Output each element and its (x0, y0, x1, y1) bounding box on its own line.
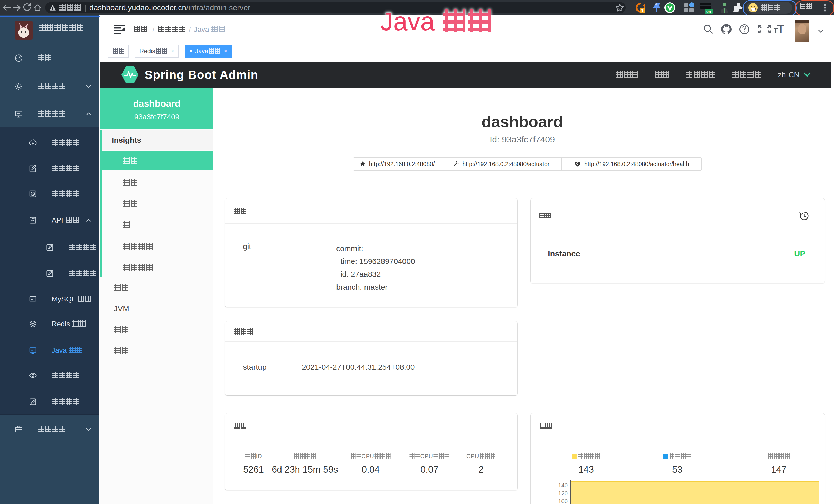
svg-text:T: T (777, 23, 784, 35)
svg-text:T: T (774, 26, 778, 35)
svg-text:on: on (706, 9, 711, 14)
svg-text:1: 1 (641, 8, 644, 13)
